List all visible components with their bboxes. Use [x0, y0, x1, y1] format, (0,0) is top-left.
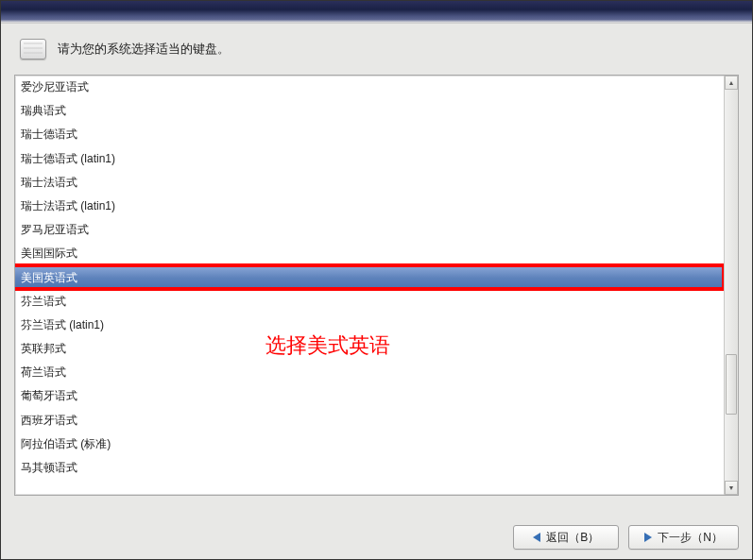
list-item[interactable]: 罗马尼亚语式 [15, 218, 724, 242]
list-item[interactable]: 瑞士法语式 [15, 171, 724, 195]
list-item[interactable]: 英联邦式 [15, 337, 724, 361]
list-item[interactable]: 阿拉伯语式 (标准) [15, 433, 724, 456]
list-item[interactable]: 美国国际式 [15, 242, 724, 265]
keyboard-icon [20, 39, 46, 59]
installer-banner [1, 1, 752, 24]
instruction-text: 请为您的系统选择适当的键盘。 [58, 41, 230, 58]
list-item[interactable]: 西班牙语式 [15, 409, 724, 433]
keyboard-listbox[interactable]: 爱沙尼亚语式瑞典语式瑞士德语式瑞士德语式 (latin1)瑞士法语式瑞士法语式 … [14, 75, 739, 496]
list-item[interactable]: 瑞典语式 [15, 99, 724, 123]
list-item[interactable]: 芬兰语式 (latin1) [15, 314, 724, 337]
scroll-thumb[interactable] [726, 354, 737, 415]
scroll-up-button[interactable]: ▲ [725, 76, 738, 90]
back-button-label: 返回（B） [546, 530, 599, 546]
arrow-right-icon [644, 533, 652, 542]
list-item[interactable]: 马其顿语式 [15, 456, 724, 480]
list-item[interactable]: 瑞士德语式 (latin1) [15, 147, 724, 171]
back-button[interactable]: 返回（B） [513, 525, 619, 550]
list-item[interactable]: 美国英语式 [15, 266, 724, 290]
next-button-label: 下一步（N） [658, 530, 723, 546]
list-item[interactable]: 芬兰语式 [15, 290, 724, 314]
scroll-down-button[interactable]: ▼ [725, 481, 738, 495]
list-item[interactable]: 瑞士法语式 (latin1) [15, 195, 724, 218]
list-item[interactable]: 瑞士德语式 [15, 123, 724, 146]
footer-buttons: 返回（B） 下一步（N） [513, 525, 739, 550]
instruction-row: 请为您的系统选择适当的键盘。 [1, 24, 752, 67]
next-button[interactable]: 下一步（N） [628, 525, 739, 550]
scroll-track[interactable] [725, 90, 738, 481]
list-item[interactable]: 荷兰语式 [15, 361, 724, 384]
list-item[interactable]: 爱沙尼亚语式 [15, 76, 724, 99]
list-item[interactable]: 葡萄牙语式 [15, 384, 724, 408]
arrow-left-icon [533, 533, 540, 542]
scrollbar-vertical[interactable]: ▲ ▼ [724, 76, 738, 495]
